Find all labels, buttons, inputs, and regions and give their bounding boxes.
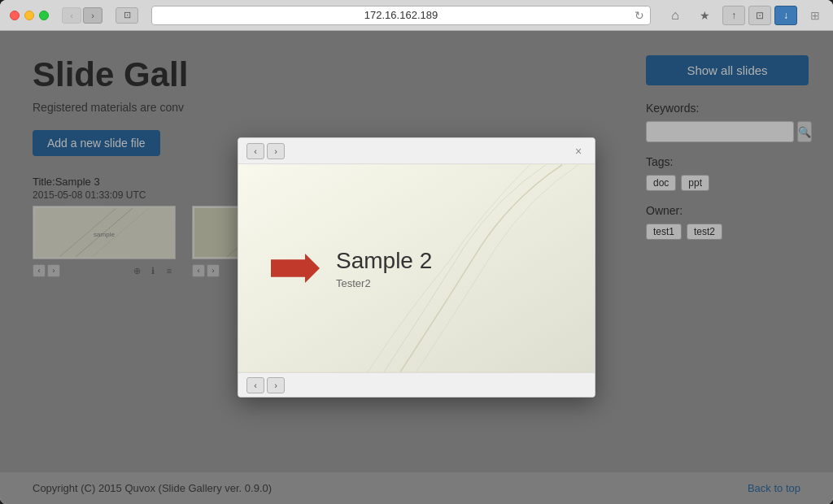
back-button[interactable]: ‹ — [62, 7, 81, 24]
maximize-traffic-light[interactable] — [39, 11, 49, 20]
home-button[interactable]: ⌂ — [664, 6, 687, 25]
new-tab-button[interactable]: ⊡ — [748, 6, 771, 25]
reload-icon[interactable]: ↻ — [635, 9, 644, 22]
modal-slide-subtitle: Tester2 — [336, 277, 432, 289]
browser-actions: ↑ ⊡ ↓ — [722, 6, 797, 25]
slide-text-area: Sample 2 Tester2 — [336, 248, 432, 289]
browser-titlebar: ‹ › ⊡ ↻ ⌂ ★ ↑ ⊡ ↓ ⊞ — [0, 0, 833, 31]
modal-body: Sample 2 Tester2 — [238, 164, 595, 372]
address-bar-container: ↻ — [151, 6, 651, 25]
close-traffic-light[interactable] — [10, 11, 20, 20]
page-content: Slide Gall Registered materials are conv… — [0, 31, 833, 504]
modal-footer-prev[interactable]: ‹ — [246, 377, 264, 393]
bookmark-button[interactable]: ★ — [693, 6, 716, 25]
modal-titlebar: ‹ › × — [238, 138, 595, 164]
modal-prev-button[interactable]: ‹ — [246, 143, 264, 159]
forward-button[interactable]: › — [83, 7, 102, 24]
modal-slide-preview: Sample 2 Tester2 — [238, 164, 595, 372]
modal-nav-btns: ‹ › — [246, 143, 285, 159]
download-button[interactable]: ↓ — [774, 6, 797, 25]
address-bar[interactable] — [151, 6, 651, 25]
modal-footer: ‹ › — [238, 372, 595, 397]
traffic-lights — [10, 11, 49, 20]
modal-close-button[interactable]: × — [570, 143, 587, 159]
modal: ‹ › × — [238, 137, 595, 398]
share-button[interactable]: ↑ — [722, 6, 745, 25]
modal-next-button[interactable]: › — [267, 143, 285, 159]
nav-buttons: ‹ › — [62, 7, 102, 24]
resize-icon: ⊞ — [807, 7, 823, 24]
minimize-traffic-light[interactable] — [24, 11, 34, 20]
modal-slide-title: Sample 2 — [336, 248, 432, 274]
browser-window: ‹ › ⊡ ↻ ⌂ ★ ↑ ⊡ ↓ ⊞ Slide Gall Registere… — [0, 0, 833, 504]
tab-button[interactable]: ⊡ — [116, 7, 138, 24]
modal-overlay[interactable]: ‹ › × — [0, 31, 833, 504]
modal-footer-next[interactable]: › — [267, 377, 285, 393]
modal-footer-nav: ‹ › — [246, 377, 285, 393]
